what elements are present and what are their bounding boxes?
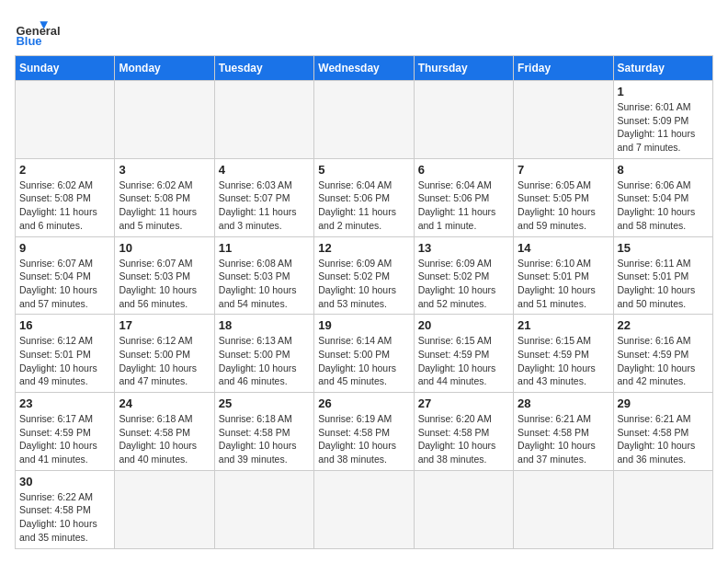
weekday-header-row: SundayMondayTuesdayWednesdayThursdayFrid… <box>16 56 713 81</box>
day-info: Sunrise: 6:12 AM Sunset: 5:00 PM Dayligh… <box>119 334 210 388</box>
day-number: 13 <box>418 241 509 255</box>
day-number: 26 <box>318 396 409 410</box>
day-number: 30 <box>19 475 110 488</box>
day-info: Sunrise: 6:18 AM Sunset: 4:58 PM Dayligh… <box>219 412 310 466</box>
day-info: Sunrise: 6:13 AM Sunset: 5:00 PM Dayligh… <box>219 334 310 388</box>
weekday-header-wednesday: Wednesday <box>314 56 414 81</box>
calendar-cell: 15Sunrise: 6:11 AM Sunset: 5:01 PM Dayli… <box>613 236 712 315</box>
weekday-header-sunday: Sunday <box>16 56 115 81</box>
logo: General Blue <box>15 15 48 48</box>
calendar-cell: 2Sunrise: 6:02 AM Sunset: 5:08 PM Daylig… <box>16 158 115 236</box>
calendar-week-1: 1Sunrise: 6:01 AM Sunset: 5:09 PM Daylig… <box>16 81 713 159</box>
day-info: Sunrise: 6:16 AM Sunset: 4:59 PM Dayligh… <box>618 334 709 388</box>
day-info: Sunrise: 6:02 AM Sunset: 5:08 PM Dayligh… <box>119 178 210 233</box>
calendar-week-5: 23Sunrise: 6:17 AM Sunset: 4:59 PM Dayli… <box>16 393 713 471</box>
day-number: 22 <box>618 318 709 332</box>
day-info: Sunrise: 6:18 AM Sunset: 4:58 PM Dayligh… <box>119 412 210 466</box>
calendar-cell: 25Sunrise: 6:18 AM Sunset: 4:58 PM Dayli… <box>214 393 313 471</box>
day-number: 9 <box>19 241 110 255</box>
calendar-cell <box>115 81 214 159</box>
day-number: 21 <box>518 318 609 332</box>
day-number: 4 <box>219 163 310 177</box>
calendar-cell: 27Sunrise: 6:20 AM Sunset: 4:58 PM Dayli… <box>414 393 513 471</box>
day-info: Sunrise: 6:04 AM Sunset: 5:06 PM Dayligh… <box>318 178 409 233</box>
day-info: Sunrise: 6:15 AM Sunset: 4:59 PM Dayligh… <box>518 334 609 388</box>
calendar-cell: 20Sunrise: 6:15 AM Sunset: 4:59 PM Dayli… <box>414 315 513 393</box>
calendar-cell: 17Sunrise: 6:12 AM Sunset: 5:00 PM Dayli… <box>115 315 214 393</box>
day-number: 24 <box>119 396 210 410</box>
weekday-header-saturday: Saturday <box>613 56 712 81</box>
day-number: 3 <box>119 163 210 177</box>
calendar-week-3: 9Sunrise: 6:07 AM Sunset: 5:04 PM Daylig… <box>16 236 713 315</box>
calendar-table: SundayMondayTuesdayWednesdayThursdayFrid… <box>15 55 713 549</box>
calendar-cell: 28Sunrise: 6:21 AM Sunset: 4:58 PM Dayli… <box>514 393 613 471</box>
calendar-cell <box>613 470 712 548</box>
calendar-cell <box>16 81 115 159</box>
day-info: Sunrise: 6:07 AM Sunset: 5:03 PM Dayligh… <box>119 257 210 311</box>
day-info: Sunrise: 6:21 AM Sunset: 4:58 PM Dayligh… <box>518 412 609 466</box>
calendar-cell: 13Sunrise: 6:09 AM Sunset: 5:02 PM Dayli… <box>414 236 513 315</box>
calendar-cell: 4Sunrise: 6:03 AM Sunset: 5:07 PM Daylig… <box>214 158 313 236</box>
day-info: Sunrise: 6:12 AM Sunset: 5:01 PM Dayligh… <box>19 334 110 388</box>
day-info: Sunrise: 6:06 AM Sunset: 5:04 PM Dayligh… <box>618 178 709 233</box>
day-info: Sunrise: 6:07 AM Sunset: 5:04 PM Dayligh… <box>19 257 110 311</box>
page-header: General Blue <box>15 15 713 48</box>
day-info: Sunrise: 6:09 AM Sunset: 5:02 PM Dayligh… <box>318 257 409 311</box>
calendar-cell <box>214 470 313 548</box>
day-number: 5 <box>318 163 409 177</box>
day-info: Sunrise: 6:04 AM Sunset: 5:06 PM Dayligh… <box>418 178 509 233</box>
calendar-cell: 9Sunrise: 6:07 AM Sunset: 5:04 PM Daylig… <box>16 236 115 315</box>
day-info: Sunrise: 6:05 AM Sunset: 5:05 PM Dayligh… <box>518 178 609 233</box>
weekday-header-friday: Friday <box>514 56 613 81</box>
day-number: 12 <box>318 241 409 255</box>
day-number: 6 <box>418 163 509 177</box>
day-number: 28 <box>518 396 609 410</box>
day-number: 1 <box>618 85 709 98</box>
day-info: Sunrise: 6:08 AM Sunset: 5:03 PM Dayligh… <box>219 257 310 311</box>
day-number: 19 <box>318 318 409 332</box>
calendar-cell: 19Sunrise: 6:14 AM Sunset: 5:00 PM Dayli… <box>314 315 414 393</box>
day-info: Sunrise: 6:09 AM Sunset: 5:02 PM Dayligh… <box>418 257 509 311</box>
calendar-cell: 10Sunrise: 6:07 AM Sunset: 5:03 PM Dayli… <box>115 236 214 315</box>
day-info: Sunrise: 6:22 AM Sunset: 4:58 PM Dayligh… <box>19 490 110 545</box>
calendar-cell: 5Sunrise: 6:04 AM Sunset: 5:06 PM Daylig… <box>314 158 414 236</box>
day-number: 17 <box>119 318 210 332</box>
day-number: 14 <box>518 241 609 255</box>
calendar-cell: 14Sunrise: 6:10 AM Sunset: 5:01 PM Dayli… <box>514 236 613 315</box>
day-info: Sunrise: 6:19 AM Sunset: 4:58 PM Dayligh… <box>318 412 409 466</box>
day-number: 27 <box>418 396 509 410</box>
day-number: 7 <box>518 163 609 177</box>
calendar-cell: 1Sunrise: 6:01 AM Sunset: 5:09 PM Daylig… <box>613 81 712 159</box>
calendar-cell: 16Sunrise: 6:12 AM Sunset: 5:01 PM Dayli… <box>16 315 115 393</box>
calendar-cell: 6Sunrise: 6:04 AM Sunset: 5:06 PM Daylig… <box>414 158 513 236</box>
calendar-cell <box>414 81 513 159</box>
day-number: 29 <box>618 396 709 410</box>
calendar-cell: 7Sunrise: 6:05 AM Sunset: 5:05 PM Daylig… <box>514 158 613 236</box>
day-info: Sunrise: 6:10 AM Sunset: 5:01 PM Dayligh… <box>518 257 609 311</box>
day-info: Sunrise: 6:15 AM Sunset: 4:59 PM Dayligh… <box>418 334 509 388</box>
weekday-header-thursday: Thursday <box>414 56 513 81</box>
calendar-cell: 8Sunrise: 6:06 AM Sunset: 5:04 PM Daylig… <box>613 158 712 236</box>
day-info: Sunrise: 6:17 AM Sunset: 4:59 PM Dayligh… <box>19 412 110 466</box>
day-number: 15 <box>618 241 709 255</box>
calendar-cell: 24Sunrise: 6:18 AM Sunset: 4:58 PM Dayli… <box>115 393 214 471</box>
calendar-cell <box>115 470 214 548</box>
day-number: 2 <box>19 163 110 177</box>
calendar-cell: 3Sunrise: 6:02 AM Sunset: 5:08 PM Daylig… <box>115 158 214 236</box>
calendar-cell: 12Sunrise: 6:09 AM Sunset: 5:02 PM Dayli… <box>314 236 414 315</box>
day-info: Sunrise: 6:20 AM Sunset: 4:58 PM Dayligh… <box>418 412 509 466</box>
calendar-cell: 22Sunrise: 6:16 AM Sunset: 4:59 PM Dayli… <box>613 315 712 393</box>
calendar-cell: 11Sunrise: 6:08 AM Sunset: 5:03 PM Dayli… <box>214 236 313 315</box>
calendar-cell <box>214 81 313 159</box>
day-number: 11 <box>219 241 310 255</box>
calendar-cell: 23Sunrise: 6:17 AM Sunset: 4:59 PM Dayli… <box>16 393 115 471</box>
day-info: Sunrise: 6:21 AM Sunset: 4:58 PM Dayligh… <box>618 412 709 466</box>
day-info: Sunrise: 6:11 AM Sunset: 5:01 PM Dayligh… <box>618 257 709 311</box>
day-info: Sunrise: 6:03 AM Sunset: 5:07 PM Dayligh… <box>219 178 310 233</box>
calendar-cell <box>514 81 613 159</box>
day-info: Sunrise: 6:01 AM Sunset: 5:09 PM Dayligh… <box>618 100 709 155</box>
calendar-cell: 18Sunrise: 6:13 AM Sunset: 5:00 PM Dayli… <box>214 315 313 393</box>
calendar-cell: 29Sunrise: 6:21 AM Sunset: 4:58 PM Dayli… <box>613 393 712 471</box>
calendar-cell: 21Sunrise: 6:15 AM Sunset: 4:59 PM Dayli… <box>514 315 613 393</box>
calendar-cell: 30Sunrise: 6:22 AM Sunset: 4:58 PM Dayli… <box>16 470 115 548</box>
